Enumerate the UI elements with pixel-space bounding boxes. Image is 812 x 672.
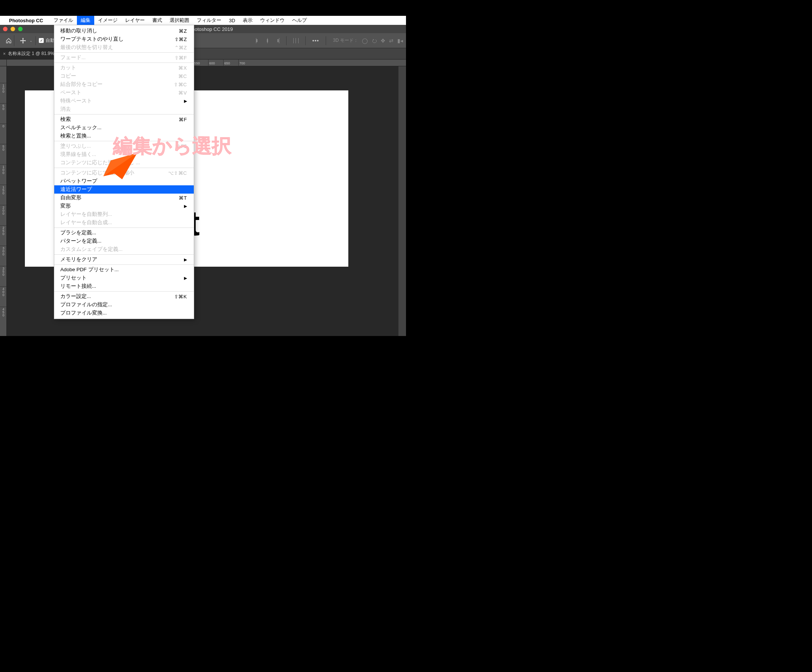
menu-item[interactable]: 自由変形⌘T [54,194,194,202]
menu-item-label: 検索 [60,116,174,123]
menu-item-label: 遠近法ワープ [60,186,187,193]
distribute-icon[interactable] [293,38,299,43]
menu-item[interactable]: カラー設定...⇧⌘K [54,292,194,301]
3d-slide-icon[interactable]: ⇄ [389,37,394,44]
menu-item: フェード...⇧⌘F [54,53,194,62]
menu-item[interactable]: メモリをクリア▶ [54,255,194,264]
menu-type[interactable]: 書式 [148,16,166,25]
menu-item[interactable]: パターンを定義... [54,237,194,245]
menu-item[interactable]: リモート接続... [54,282,194,291]
menu-view[interactable]: 表示 [239,16,256,25]
menu-item: 最後の状態を切り替え⌃⌘Z [54,43,194,52]
menu-item-shortcut: ⌃⌘Z [174,45,187,51]
menu-item-label: パターンを定義... [60,238,187,245]
menu-item-shortcut: ⌘Z [179,28,187,34]
svg-rect-4 [278,39,278,42]
menu-item-label: リモート接続... [60,283,187,290]
menu-item-label: フェード... [60,54,170,61]
menu-item[interactable]: プロファイルの指定... [54,301,194,309]
align-icon-3[interactable] [274,38,279,43]
menu-item: レイヤーを自動合成... [54,218,194,227]
submenu-arrow-icon: ▶ [184,276,187,281]
annotation-text: 編集から選択 [113,133,232,159]
separator [36,36,36,45]
chevron-down-icon[interactable]: ⌄ [29,38,32,43]
svg-rect-7 [295,38,296,43]
menu-edit[interactable]: 編集 [77,16,94,25]
auto-select-checkbox[interactable]: ✓ [39,38,44,43]
separator [326,36,326,45]
menu-window[interactable]: ウィンドウ [256,16,288,25]
minimize-icon[interactable] [10,27,15,31]
menu-item[interactable]: 変形▶ [54,202,194,210]
menu-item[interactable]: プロファイル変換... [54,309,194,317]
menu-item: カット⌘X [54,64,194,72]
separator [286,36,287,45]
menu-item: レイヤーを自動整列... [54,210,194,218]
menu-item-label: 消去 [60,106,187,112]
menu-select[interactable]: 選択範囲 [166,16,193,25]
3d-rotate-icon[interactable]: ⭮ [372,37,377,44]
menu-item[interactable]: ブラシを定義... [54,229,194,237]
close-icon[interactable]: × [3,51,6,56]
move-tool-icon[interactable] [17,35,29,46]
menu-item[interactable]: 検索⌘F [54,115,194,124]
menu-item-shortcut: ⌘F [179,117,187,122]
separator [305,36,306,45]
svg-rect-1 [256,38,256,43]
menu-layer[interactable]: レイヤー [121,16,148,25]
align-icon-2[interactable] [265,38,270,43]
menu-file[interactable]: ファイル [50,16,77,25]
mac-menubar: Photoshop CC ファイル 編集 イメージ レイヤー 書式 選択範囲 フ… [0,16,406,25]
3d-orbit-icon[interactable]: ◯ [362,37,368,44]
menu-item[interactable]: プリセット▶ [54,274,194,282]
menu-item: 結合部分をコピー⇧⌘C [54,80,194,88]
menu-item-label: コピー [60,73,174,80]
menu-item: 特殊ペースト▶ [54,97,194,105]
maximize-icon[interactable] [18,27,22,31]
menu-item[interactable]: 遠近法ワープ [54,185,194,194]
home-button[interactable] [3,35,14,46]
menu-item-shortcut: ⇧⌘Z [174,37,187,42]
close-icon[interactable] [3,27,7,31]
menu-item-label: ワープテキストのやり直し [60,36,170,43]
more-icon[interactable]: ••• [312,37,319,44]
menu-item-shortcut: ⌘X [178,65,187,71]
menu-item-shortcut: ⌥⇧⌘C [168,170,187,176]
svg-rect-0 [256,39,258,42]
menu-3d[interactable]: 3D [225,16,239,25]
menu-item-label: 最後の状態を切り替え [60,44,170,51]
menu-item[interactable]: ワープテキストのやり直し⇧⌘Z [54,35,194,43]
3d-mode-label: 3D モード： [333,37,358,44]
menu-item-shortcut: ⇧⌘F [174,55,187,61]
3d-pan-icon[interactable]: ✥ [381,37,385,44]
menu-item[interactable]: 移動の取り消し⌘Z [54,27,194,35]
3d-camera-icon[interactable]: ▮◂ [397,37,403,44]
svg-rect-8 [298,38,299,43]
menu-item-label: プロファイル変換... [60,310,187,316]
menu-item: コピー⌘C [54,72,194,80]
menu-item-label: ブラシを定義... [60,230,187,236]
menu-image[interactable]: イメージ [94,16,121,25]
menu-item-shortcut: ⌘V [178,90,187,96]
menu-item-label: レイヤーを自動合成... [60,219,187,226]
menu-help[interactable]: ヘルプ [288,16,310,25]
align-icon-1[interactable] [256,38,261,43]
submenu-arrow-icon: ▶ [184,257,187,262]
svg-rect-5 [279,38,279,43]
panel-strip [399,66,406,336]
menu-item-label: スペルチェック... [60,124,187,131]
menu-item: カスタムシェイプを定義... [54,245,194,253]
menu-item-label: 結合部分をコピー [60,81,169,88]
menu-item-label: 移動の取り消し [60,27,174,34]
menu-filter[interactable]: フィルター [193,16,225,25]
svg-rect-3 [267,38,268,43]
menu-item-label: プロファイルの指定... [60,301,187,308]
menu-item-shortcut: ⌘T [179,195,187,201]
menu-item: ペースト⌘V [54,88,194,97]
menu-item[interactable]: スペルチェック... [54,124,194,132]
menu-item[interactable]: Adobe PDF プリセット... [54,265,194,274]
menu-item-label: レイヤーを自動整列... [60,211,187,218]
ruler-vertical[interactable]: 10050050100150200250300350400450 [0,66,7,336]
app-name[interactable]: Photoshop CC [9,18,43,23]
